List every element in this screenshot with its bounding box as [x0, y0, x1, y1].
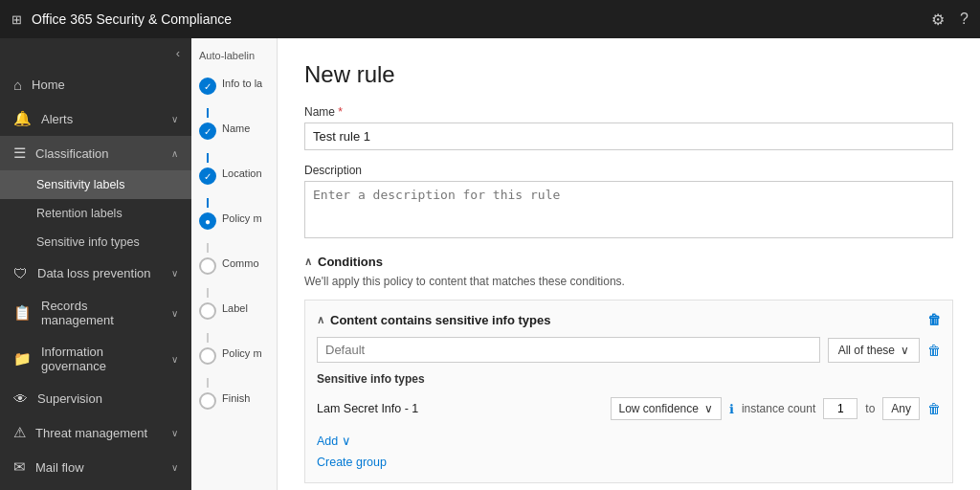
stepper-panel: Auto-labelin ✓ Info to la ✓ Name ✓ Locat…: [191, 38, 278, 490]
info-gov-icon: 📁: [13, 350, 32, 368]
default-input[interactable]: [317, 337, 820, 363]
confidence-label: Low confidence: [619, 402, 699, 415]
content-contains-title: Content contains sensitive info types: [330, 313, 550, 327]
sensitivity-labels-label: Sensitivity labels: [36, 178, 124, 191]
info-gov-chevron-icon: ∨: [171, 354, 178, 365]
step-policy-label: Policy m: [222, 212, 262, 225]
sensitive-info-types-header: Sensitive info types: [317, 372, 941, 386]
add-row[interactable]: Add ∨: [317, 434, 941, 448]
add-label: Add: [317, 434, 338, 448]
topbar: ⊞ Office 365 Security & Compliance ⚙ ?: [0, 0, 980, 38]
name-label: Name *: [304, 105, 953, 119]
step-location-label: Location: [222, 167, 262, 180]
conditions-title: Conditions: [318, 255, 383, 269]
dlp-icon: 🛡: [13, 265, 28, 281]
connector-3: [207, 198, 209, 208]
dlp-chevron-icon: ∨: [171, 268, 178, 278]
sidebar-item-classification[interactable]: ☰ Classification ∧: [0, 136, 191, 170]
conditions-box: ∧ Content contains sensitive info types …: [304, 300, 953, 483]
records-icon: 📋: [13, 304, 32, 322]
conditions-desc: We'll apply this policy to content that …: [304, 275, 953, 288]
step-finish: Finish: [199, 391, 269, 410]
sidebar-item-home[interactable]: ⌂ Home: [0, 68, 191, 101]
step-common-label: Commo: [222, 256, 259, 270]
sidebar-item-threat-management[interactable]: ⚠ Threat management ∨: [0, 415, 191, 450]
sidebar: ‹ ⌂ Home 🔔 Alerts ∨ ☰ Classification ∧ S…: [0, 38, 191, 490]
sidebar-item-sensitive-info-types[interactable]: Sensitive info types: [0, 228, 191, 256]
threat-chevron-icon: ∨: [171, 428, 178, 438]
step-policy: ● Policy m: [199, 212, 269, 230]
main-layout: ‹ ⌂ Home 🔔 Alerts ∨ ☰ Classification ∧ S…: [0, 38, 980, 490]
confidence-dropdown[interactable]: Low confidence ∨: [611, 397, 722, 420]
sidebar-item-sensitivity-labels[interactable]: Sensitivity labels: [0, 170, 191, 199]
page-title: New rule: [304, 61, 953, 88]
step-finish-label: Finish: [222, 391, 250, 405]
required-star: *: [338, 105, 343, 119]
sidebar-mail-label: Mail flow: [35, 460, 162, 475]
all-these-label: All of these: [838, 344, 895, 357]
description-label: Description: [304, 164, 953, 177]
help-icon[interactable]: ?: [960, 11, 969, 29]
step-policym2: Policy m: [199, 346, 269, 365]
sidebar-item-supervision[interactable]: 👁 Supervision: [0, 382, 191, 415]
step-label: Label: [199, 301, 269, 320]
sidebar-records-label: Records management: [41, 299, 162, 327]
connector-7: [207, 378, 209, 388]
conditions-chevron-icon: ∧: [304, 256, 312, 268]
sidebar-item-records-management[interactable]: 📋 Records management ∨: [0, 290, 191, 336]
settings-icon[interactable]: ⚙: [931, 11, 945, 29]
sidebar-supervision-label: Supervision: [37, 391, 178, 406]
connector-2: [207, 153, 209, 163]
content-area: New rule Name * Description ∧ Conditions…: [278, 38, 980, 490]
sidebar-item-information-governance[interactable]: 📁 Information governance ∨: [0, 336, 191, 382]
alerts-chevron-icon: ∨: [171, 114, 178, 124]
sidebar-item-data-loss-prevention[interactable]: 🛡 Data loss prevention ∨: [0, 256, 191, 290]
any-dropdown[interactable]: Any: [882, 397, 920, 420]
description-input[interactable]: [304, 181, 953, 238]
step-common-circle: [199, 257, 216, 275]
step-policym2-circle: [199, 347, 216, 365]
content-contains-chevron-icon: ∧: [317, 314, 324, 326]
step-policym2-label: Policy m: [222, 346, 262, 360]
content-contains-delete-icon[interactable]: 🗑: [927, 312, 941, 327]
to-label: to: [865, 402, 875, 415]
grid-icon: ⊞: [11, 12, 22, 27]
step-label-circle: [199, 302, 216, 320]
classification-icon: ☰: [13, 145, 26, 162]
sidebar-collapse-button[interactable]: ‹: [0, 38, 191, 68]
sidebar-item-mail-flow[interactable]: ✉ Mail flow ∨: [0, 450, 191, 484]
add-chevron-icon: ∨: [342, 434, 351, 448]
home-icon: ⌂: [13, 77, 22, 93]
instance-from-input[interactable]: [823, 398, 858, 419]
conditions-section-header[interactable]: ∧ Conditions: [304, 255, 953, 269]
default-row-delete-icon[interactable]: 🗑: [927, 343, 941, 358]
info-icon[interactable]: ℹ: [729, 402, 734, 416]
info-type-name: Lam Secret Info - 1: [317, 402, 603, 415]
step-name-circle: ✓: [199, 122, 216, 140]
sidebar-threat-label: Threat management: [35, 426, 162, 440]
connector-5: [207, 288, 209, 298]
step-info: ✓ Info to la: [199, 77, 269, 95]
info-type-delete-icon[interactable]: 🗑: [927, 401, 941, 416]
step-policy-circle: ●: [199, 212, 216, 230]
sidebar-item-retention-labels[interactable]: Retention labels: [0, 199, 191, 228]
conditions-box-header: ∧ Content contains sensitive info types …: [317, 312, 941, 327]
step-name-label: Name: [222, 122, 250, 135]
instance-count-label: instance count: [742, 402, 815, 415]
threat-icon: ⚠: [13, 424, 26, 441]
records-chevron-icon: ∨: [171, 308, 178, 319]
create-group-link[interactable]: Create group: [317, 454, 941, 471]
sensitive-info-types-label: Sensitive info types: [36, 235, 140, 249]
name-input[interactable]: [304, 122, 953, 150]
conditions-box-title-left: ∧ Content contains sensitive info types: [317, 313, 550, 327]
mail-chevron-icon: ∨: [171, 462, 178, 473]
sidebar-classification-label: Classification: [35, 146, 162, 161]
step-common: Commo: [199, 256, 269, 275]
all-these-dropdown[interactable]: All of these ∨: [828, 338, 920, 363]
app-title: Office 365 Security & Compliance: [32, 11, 931, 27]
breadcrumb: Auto-labelin: [199, 50, 269, 61]
sidebar-item-alerts[interactable]: 🔔 Alerts ∨: [0, 101, 191, 136]
mail-icon: ✉: [13, 458, 26, 476]
step-label-label: Label: [222, 301, 248, 315]
retention-labels-label: Retention labels: [36, 207, 122, 220]
